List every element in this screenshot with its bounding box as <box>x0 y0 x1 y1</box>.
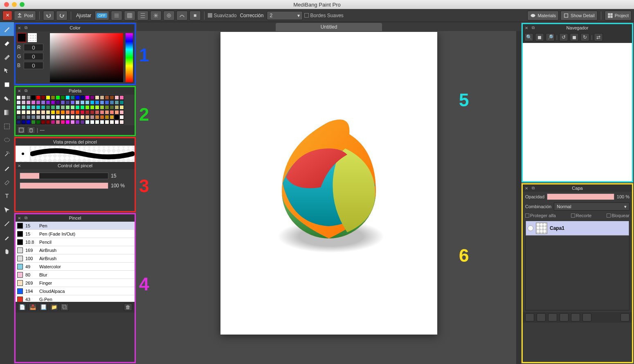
snap-toggle[interactable]: OFF <box>94 11 109 20</box>
palette-swatch[interactable] <box>90 115 94 119</box>
g-input[interactable] <box>24 53 43 60</box>
snap-grid-icon[interactable] <box>124 11 135 20</box>
palette-swatch[interactable] <box>90 120 94 124</box>
palette-swatch[interactable] <box>75 110 80 115</box>
delete-swatch-icon[interactable] <box>27 126 35 134</box>
palette-swatch[interactable] <box>80 100 85 105</box>
flip-icon[interactable]: ⇄ <box>594 33 603 41</box>
zoom-fit-icon[interactable]: ◼ <box>535 33 544 41</box>
palette-swatch[interactable] <box>110 115 114 119</box>
divide-tool[interactable] <box>0 217 14 231</box>
palette-swatch[interactable] <box>16 95 21 100</box>
antialias-checkbox[interactable]: Suavizado <box>208 13 236 18</box>
palette-swatch[interactable] <box>46 120 50 124</box>
popout-icon[interactable]: ⧉ <box>530 25 536 31</box>
zoom-in-icon[interactable]: 🔍 <box>524 33 533 41</box>
palette-swatch[interactable] <box>115 115 119 119</box>
palette-swatch[interactable] <box>95 115 99 119</box>
zoom-out-icon[interactable]: 🔎 <box>546 33 555 41</box>
brush-row[interactable]: 49Watercolor <box>16 263 135 271</box>
correction-select[interactable]: 2▾ <box>267 11 303 20</box>
palette-swatch[interactable] <box>61 95 65 100</box>
fill-tool[interactable] <box>0 78 14 92</box>
delete-brush-icon[interactable]: 🗑 <box>124 303 132 311</box>
brush-row[interactable]: 15Pen <box>16 222 135 230</box>
palette-swatch[interactable] <box>61 110 65 115</box>
palette-swatch[interactable] <box>21 115 26 119</box>
project-button[interactable]: Project <box>605 11 632 20</box>
palette-swatch[interactable] <box>85 100 90 105</box>
palette-swatch[interactable] <box>61 105 65 110</box>
palette-swatch[interactable] <box>110 95 114 100</box>
lasso-tool[interactable] <box>0 133 14 147</box>
close-icon[interactable]: ✕ <box>16 215 22 221</box>
rotate-right-icon[interactable]: ↻ <box>580 33 589 41</box>
palette-swatch[interactable] <box>65 120 70 124</box>
palette-swatch[interactable] <box>95 105 99 110</box>
close-button[interactable]: ✕ <box>2 11 12 20</box>
palette-swatch[interactable] <box>41 120 45 124</box>
post-button[interactable]: Post <box>14 11 36 20</box>
palette-swatch[interactable] <box>41 95 45 100</box>
palette-swatch[interactable] <box>95 95 99 100</box>
gradient-tool[interactable] <box>0 106 14 119</box>
r-input[interactable] <box>24 44 43 51</box>
layer-visibility-icon[interactable] <box>528 225 533 231</box>
move-tool[interactable] <box>0 64 14 78</box>
palette-swatch[interactable] <box>100 95 104 100</box>
new-8bit-layer-icon[interactable] <box>548 313 557 321</box>
vertical-scrollbar[interactable] <box>516 31 521 364</box>
palette-swatch[interactable] <box>70 105 75 110</box>
palette-swatch[interactable] <box>41 100 45 105</box>
select-pen-tool[interactable] <box>0 161 14 175</box>
palette-swatch[interactable] <box>90 105 94 110</box>
canvas[interactable] <box>220 32 437 335</box>
palette-swatch[interactable] <box>46 115 50 119</box>
palette-swatch[interactable] <box>65 100 70 105</box>
magic-wand-tool[interactable] <box>0 147 14 161</box>
palette-swatch[interactable] <box>80 110 85 115</box>
palette-swatch[interactable] <box>21 110 26 115</box>
duplicate-brush-icon[interactable]: ⿻ <box>61 303 69 311</box>
palette-swatch[interactable] <box>110 110 114 115</box>
palette-swatch[interactable] <box>36 100 40 105</box>
new-color-layer-icon[interactable] <box>537 313 546 321</box>
palette-swatch[interactable] <box>100 105 104 110</box>
palette-swatch[interactable] <box>46 100 50 105</box>
palette-swatch[interactable] <box>16 120 21 124</box>
palette-swatch[interactable] <box>115 95 119 100</box>
palette-swatch[interactable] <box>105 120 109 124</box>
rotate-left-icon[interactable]: ↺ <box>559 33 568 41</box>
popout-icon[interactable]: ⧉ <box>23 88 29 94</box>
palette-swatch[interactable] <box>31 100 36 105</box>
palette-swatch[interactable] <box>105 110 109 115</box>
palette-swatch[interactable] <box>56 105 60 110</box>
palette-swatch[interactable] <box>41 110 45 115</box>
palette-swatch[interactable] <box>75 95 80 100</box>
snap-perspective-icon[interactable] <box>137 11 148 20</box>
palette-swatch[interactable] <box>105 100 109 105</box>
delete-layer-icon[interactable] <box>621 313 630 321</box>
palette-swatch[interactable] <box>61 120 65 124</box>
brush-folder-icon[interactable]: 📁 <box>50 303 58 311</box>
background-swatch[interactable] <box>28 33 37 42</box>
palette-swatch[interactable] <box>56 115 60 119</box>
palette-swatch[interactable] <box>36 115 40 119</box>
brush-row[interactable]: 15Pen (Fade In/Out) <box>16 230 135 238</box>
snap-parallel-icon[interactable] <box>111 11 122 20</box>
palette-swatch[interactable] <box>51 100 55 105</box>
palette-swatch[interactable] <box>90 100 94 105</box>
palette-swatch[interactable] <box>26 120 31 124</box>
palette-swatch[interactable] <box>95 100 99 105</box>
palette-swatch[interactable] <box>115 110 119 115</box>
palette-swatch[interactable] <box>51 95 55 100</box>
close-icon[interactable]: ✕ <box>16 25 22 31</box>
brush-script-icon[interactable]: 📃 <box>39 303 47 311</box>
palette-swatch[interactable] <box>70 95 75 100</box>
protect-alpha-checkbox[interactable]: Proteger alfa <box>525 213 556 218</box>
palette-swatch[interactable] <box>80 95 85 100</box>
brush-row[interactable]: 10.8Pencil <box>16 238 135 246</box>
brush-row[interactable]: 43G-Pen <box>16 295 135 302</box>
new-brush-icon[interactable]: 📄 <box>18 303 26 311</box>
palette-swatch[interactable] <box>95 110 99 115</box>
